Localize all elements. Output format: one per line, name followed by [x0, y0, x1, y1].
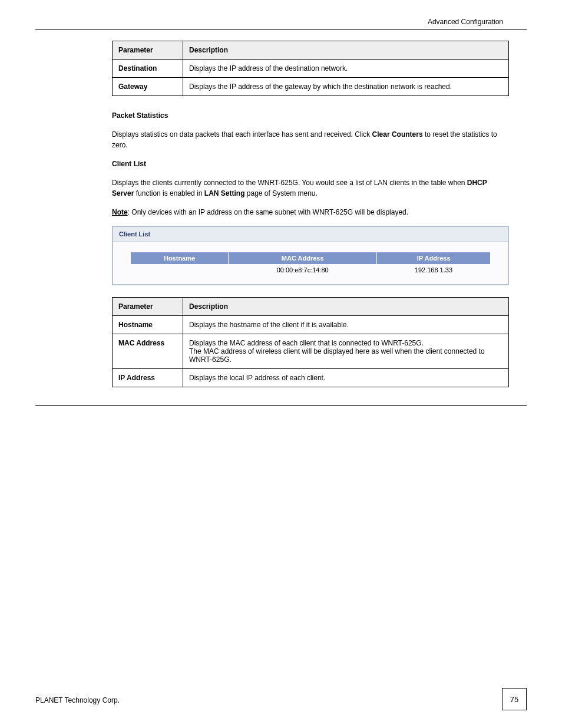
param-gateway: Gateway: [113, 78, 183, 96]
routing-table-params: Parameter Description Destination Displa…: [112, 41, 509, 96]
col-desc: Description: [183, 298, 509, 316]
lan-setting-ref: LAN Setting: [204, 189, 245, 197]
cell-mac: 00:00:e8:7c:14:80: [229, 264, 377, 276]
col-mac: MAC Address: [229, 252, 377, 264]
table-row: Hostname Displays the hostname of the cl…: [113, 316, 509, 334]
desc-destination: Displays the IP address of the destinati…: [183, 60, 509, 78]
cell-hostname: [131, 264, 229, 276]
param-ip: IP Address: [113, 369, 183, 387]
client-list-intro: Displays the clients currently connected…: [112, 177, 509, 199]
client-list-table: Hostname MAC Address IP Address 00:00:e8…: [131, 252, 490, 276]
note-text: : Only devices with an IP address on the…: [128, 208, 408, 216]
desc-mac: Displays the MAC address of each client …: [183, 334, 509, 369]
param-mac: MAC Address: [113, 334, 183, 369]
desc-hostname: Displays the hostname of the client if i…: [183, 316, 509, 334]
col-hostname: Hostname: [131, 252, 229, 264]
packet-stats-heading: Packet Statistics: [112, 110, 509, 121]
col-param: Parameter: [113, 298, 183, 316]
table-row: MAC Address Displays the MAC address of …: [113, 334, 509, 369]
col-ip: IP Address: [377, 252, 490, 264]
note-label: Note: [112, 208, 128, 216]
col-param: Parameter: [113, 41, 183, 60]
col-desc: Description: [183, 41, 509, 60]
header-rule: [35, 29, 527, 30]
footer-rule: [35, 405, 527, 406]
client-list-screenshot: Client List Hostname MAC Address IP Addr…: [112, 226, 509, 285]
cell-ip: 192.168 1.33: [377, 264, 490, 276]
header-section: Advanced Configuration: [35, 18, 527, 26]
client-list-heading: Client List: [112, 159, 509, 169]
packet-stats-text: Displays statistics on data packets that…: [112, 129, 509, 150]
table-row: IP Address Displays the local IP address…: [113, 369, 509, 387]
desc-gateway: Displays the IP address of the gateway b…: [183, 78, 509, 96]
clear-counters-ref: Clear Counters: [372, 130, 423, 139]
footer-company: PLANET Technology Corp.: [35, 696, 120, 704]
page-number: 75: [502, 688, 527, 710]
param-destination: Destination: [113, 60, 183, 78]
table-row: Destination Displays the IP address of t…: [113, 60, 509, 78]
client-list-params: Parameter Description Hostname Displays …: [112, 297, 509, 387]
param-hostname: Hostname: [113, 316, 183, 334]
ui-panel-title: Client List: [113, 227, 508, 242]
table-row: 00:00:e8:7c:14:80 192.168 1.33: [131, 264, 490, 276]
note-block: Note: Only devices with an IP address on…: [112, 207, 509, 218]
main-content: Parameter Description Destination Displa…: [112, 41, 509, 387]
table-row: Gateway Displays the IP address of the g…: [113, 78, 509, 96]
desc-ip: Displays the local IP address of each cl…: [183, 369, 509, 387]
